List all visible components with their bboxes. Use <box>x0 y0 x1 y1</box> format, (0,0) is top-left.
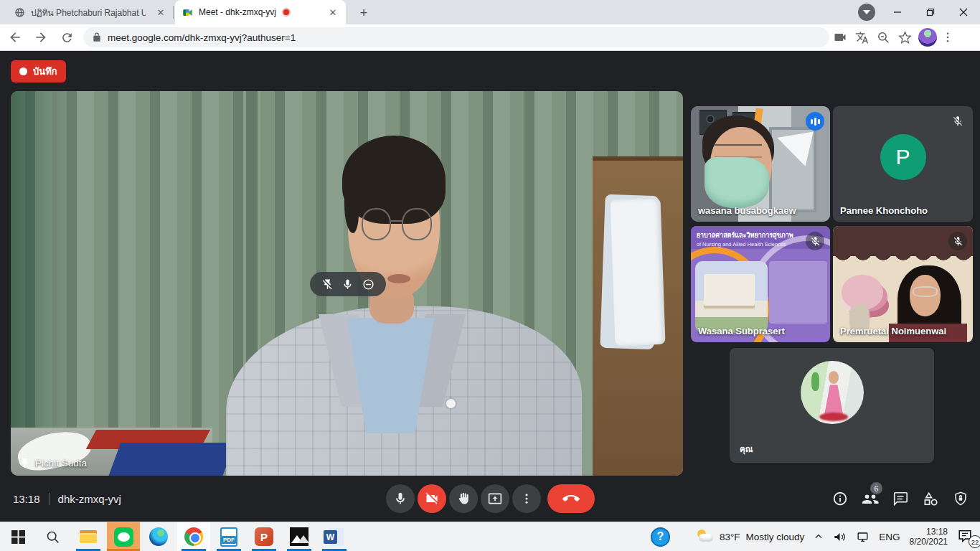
forward-button[interactable] <box>30 27 52 48</box>
back-button[interactable] <box>4 27 26 48</box>
taskbar-powerpoint[interactable]: P <box>248 522 281 551</box>
new-tab-button[interactable]: + <box>354 4 373 22</box>
url-text: meet.google.com/dhk-zmxq-yvj?authuser=1 <box>108 32 296 43</box>
main-video-tile[interactable]: Pichit Sudta <box>11 91 683 476</box>
chat-button[interactable] <box>891 489 910 508</box>
action-center-button[interactable]: 22 <box>957 528 976 545</box>
record-button[interactable]: บันทึก <box>11 60 66 83</box>
meet-right-controls: 6 <box>831 476 970 522</box>
address-bar[interactable]: meet.google.com/dhk-zmxq-yvj?authuser=1 <box>83 27 829 47</box>
avatar-pink-dress <box>824 385 843 415</box>
remove-from-call-icon[interactable] <box>362 278 374 291</box>
participant-count-badge: 6 <box>870 482 882 494</box>
taskbar-word[interactable]: W <box>318 522 351 551</box>
taskbar-file-explorer[interactable] <box>72 522 105 551</box>
zoom-out-indicator-icon[interactable] <box>872 27 894 48</box>
meeting-info: 13:18 dhk-zmxq-yvj <box>13 476 121 522</box>
mic-button[interactable] <box>386 484 415 513</box>
eq-bar <box>818 119 820 124</box>
hanging-coat <box>610 198 665 346</box>
tab-meet[interactable]: Meet - dhk-zmxq-yvj ✕ <box>175 0 346 24</box>
lock-icon <box>92 32 102 42</box>
record-label: บันทึก <box>33 64 57 79</box>
browser-menu-kebab-icon[interactable] <box>937 27 958 48</box>
taskbar-edge[interactable] <box>142 522 175 551</box>
avatar-petals <box>819 413 848 421</box>
call-controls <box>385 484 595 513</box>
tab-title: Meet - dhk-zmxq-yvj <box>199 7 276 17</box>
glasses-lens <box>362 208 391 240</box>
mountain-shape <box>298 535 308 543</box>
tab-close-icon[interactable]: ✕ <box>155 6 166 18</box>
blue-folder <box>109 443 235 476</box>
profile-avatar[interactable] <box>918 28 937 47</box>
meeting-details-button[interactable] <box>831 489 849 508</box>
meet-favicon-icon <box>182 7 193 18</box>
weather-temp: 83°F <box>720 532 740 542</box>
browser-toolbar: meet.google.com/dhk-zmxq-yvj?authuser=1 <box>0 24 980 51</box>
end-call-button[interactable] <box>547 484 595 513</box>
activities-button[interactable] <box>921 489 940 508</box>
taskbar-line-app[interactable] <box>107 522 140 551</box>
participant-tile-pannee-khonchoho[interactable]: P Pannee Khonchoho <box>833 106 973 222</box>
meet-page: บันทึก <box>0 51 980 522</box>
participant-initial-avatar: P <box>880 134 926 180</box>
meet-control-bar: 13:18 dhk-zmxq-yvj 6 <box>0 476 980 522</box>
glasses-lens <box>402 208 431 240</box>
browser-titlebar: ปฏิทิน Phetchaburi Rajabhat Unive ✕ Meet… <box>0 0 980 24</box>
partly-cloudy-icon <box>697 529 714 544</box>
participants-button[interactable]: 6 <box>861 489 880 508</box>
building-photo <box>695 261 768 333</box>
self-tile[interactable]: คุณ <box>730 348 934 463</box>
notification-count-badge: 22 <box>969 535 980 548</box>
translate-icon[interactable] <box>851 27 872 48</box>
window-restore-button[interactable] <box>914 0 947 24</box>
language-indicator[interactable]: ENG <box>879 532 900 542</box>
tab-calendar[interactable]: ปฏิทิน Phetchaburi Rajabhat Unive ✕ <box>7 0 174 24</box>
taskbar-pdf-reader[interactable]: PDF <box>212 522 245 551</box>
volume-icon[interactable] <box>833 530 847 544</box>
taskbar-chrome[interactable] <box>177 522 210 551</box>
taskbar-photos[interactable] <box>283 522 316 551</box>
camera-off-button[interactable] <box>418 484 446 513</box>
participant-tile-wasana-subprasert[interactable]: ยาบาลศาสตร์และวิทยาการสุขภาพ of Nursing … <box>691 226 830 342</box>
faded-building <box>769 261 827 324</box>
meeting-code: dhk-zmxq-yvj <box>58 493 121 505</box>
weather-condition: Mostly cloudy <box>746 532 805 542</box>
participant-tile-wasana-busabogkaew[interactable]: wasana busabogkaew <box>691 106 830 222</box>
start-button[interactable] <box>1 522 34 551</box>
tab-title: ปฏิทิน Phetchaburi Rajabhat Unive <box>31 6 146 19</box>
tab-camera-indicator-icon[interactable] <box>829 27 851 48</box>
window-close-button[interactable] <box>947 0 980 24</box>
tab-search-button[interactable] <box>858 4 875 21</box>
bookmark-star-icon[interactable] <box>894 27 915 48</box>
host-controls-button[interactable] <box>951 489 970 508</box>
weather-widget[interactable]: 83°F Mostly cloudy <box>697 529 804 544</box>
participant-tile-premruetai-noimuenwai[interactable]: Premruetai Noimuenwai <box>833 226 973 342</box>
tab-close-icon[interactable]: ✕ <box>327 6 339 18</box>
powerpoint-icon: P <box>255 527 273 546</box>
present-screen-button[interactable] <box>481 484 509 513</box>
system-tray: ? 83°F Mostly cloudy ENG 13:18 8/20/2021… <box>651 522 976 551</box>
hidden-icons-chevron[interactable] <box>814 532 824 542</box>
self-name-label: คุณ <box>740 443 753 456</box>
mic-icon[interactable] <box>341 278 354 291</box>
network-icon[interactable] <box>856 530 870 544</box>
clock-date: 8/20/2021 <box>910 537 948 547</box>
glasses-bridge <box>391 220 403 222</box>
reload-button[interactable] <box>56 27 77 48</box>
pdf-app-icon: PDF <box>220 527 237 547</box>
tile-hover-controls <box>310 272 386 296</box>
more-options-button[interactable] <box>512 484 541 513</box>
self-avatar <box>801 361 864 424</box>
window-minimize-button[interactable] <box>881 0 914 24</box>
raise-hand-button[interactable] <box>449 484 478 513</box>
taskbar-search-button[interactable] <box>36 522 69 551</box>
search-icon <box>45 529 60 545</box>
divider <box>49 493 50 505</box>
unpin-icon[interactable] <box>321 278 334 291</box>
get-help-icon[interactable]: ? <box>651 527 670 547</box>
taskbar-clock[interactable]: 13:18 8/20/2021 <box>910 527 948 547</box>
speaker-mouth <box>387 274 410 283</box>
photos-app-icon <box>290 527 308 546</box>
